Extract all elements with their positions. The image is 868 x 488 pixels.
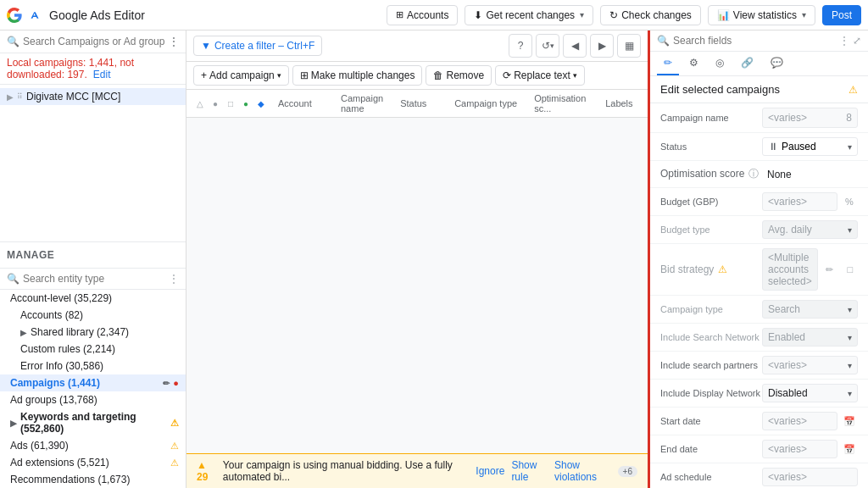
ad-schedule-field[interactable]: <varies> [762,468,858,486]
ads-icon [27,8,42,23]
manage-item-custom-rules[interactable]: Custom rules (2,214) [0,341,186,358]
campaign-name-row: Campaign name <varies> 8 [650,103,868,133]
manage-item-campaigns[interactable]: Campaigns (1,441) ✏ ● [0,374,186,391]
app-logo [7,8,42,23]
filter-icon: ▼ [201,40,211,52]
campaign-name-input[interactable]: <varies> 8 [762,108,858,128]
ignore-link[interactable]: Ignore [476,465,504,477]
right-panel-tabs: ✏ ⚙ ◎ 🔗 💬 [650,52,868,76]
undo-dropdown-arrow: ▾ [550,42,554,50]
search-partners-field[interactable]: <varies> ▾ [762,356,858,374]
manage-item-shared-library[interactable]: ▶ Shared library (2,347) [0,324,186,341]
next-button[interactable]: ▶ [590,34,614,58]
manage-search-bar: 🔍 ⋮ [0,269,186,290]
grid-view-button[interactable]: ▦ [617,34,641,58]
chevron-down-icon: ▾ [573,71,577,80]
start-date-field[interactable]: <varies> [762,412,837,430]
manage-item-keywords[interactable]: ▶ Keywords and targeting (552,860) ⚠ [0,408,186,437]
manage-item-ad-groups[interactable]: Ad groups (13,768) [0,391,186,408]
search-network-field: Enabled ▾ [762,328,858,347]
calendar-icon[interactable]: 📅 [841,441,858,458]
next-icon: ▶ [598,40,606,52]
tab-target[interactable]: ◎ [709,52,731,75]
search-campaigns-input[interactable] [23,36,165,47]
budget-input[interactable]: <varies> [762,192,837,211]
show-rule-link[interactable]: Show rule [511,459,548,483]
display-network-field[interactable]: Disabled ▾ [762,384,858,402]
ad-schedule-row: Ad schedule <varies> [650,463,868,488]
edit-panel-header: Edit selected campaigns ⚠ [650,76,868,103]
display-network-label: Include Display Network [660,388,762,398]
make-multiple-changes-button[interactable]: ⊞ Make multiple changes [292,65,423,86]
create-filter-button[interactable]: ▼ Create a filter – Ctrl+F [193,36,322,56]
tab-message[interactable]: 💬 [764,52,790,75]
get-recent-changes-button[interactable]: ⬇ Get recent changes ▾ [465,5,593,25]
manage-item-accounts[interactable]: Accounts (82) [0,307,186,324]
external-link-icon[interactable]: ⤢ [853,35,861,47]
more-options-icon[interactable]: ⋮ [169,273,179,285]
download-icon: ⬇ [474,9,482,21]
help-button[interactable]: ? [509,34,532,58]
post-button[interactable]: Post [822,5,861,25]
calendar-icon[interactable]: 📅 [841,413,858,430]
warning-count: ▲ 29 [197,459,216,483]
bid-strategy-warn-icon: ⚠ [718,263,727,275]
percent-icon: % [841,193,858,210]
check-changes-button[interactable]: ↻ Check changes [600,5,701,25]
add-campaign-button[interactable]: + Add campaign ▾ [193,65,289,86]
start-date-row: Start date <varies> 📅 [650,408,868,435]
search-campaigns-bar: 🔍 ⋮ [0,30,186,53]
edit-local-campaigns-link[interactable]: Edit [93,69,111,80]
tree-item-digivate[interactable]: ▶ ⠿ Digivate MCC [MCC] [0,88,186,105]
accounts-button[interactable]: ⊞ Accounts [387,5,458,25]
tab-link[interactable]: 🔗 [734,52,760,75]
grid-icon: ⊞ [396,9,403,20]
chevron-down-icon: ▾ [802,10,806,19]
undo-icon: ↺ [542,40,550,52]
campaigns-content-area[interactable] [186,118,648,453]
warning-icon: ⚠ [170,418,179,429]
view-statistics-button[interactable]: 📊 View statistics ▾ [708,5,815,25]
more-options-icon[interactable]: ⋮ [839,35,849,47]
search-partners-row: Include search partners <varies> ▾ [650,352,868,380]
error-badge-icon: ● [173,378,179,388]
tab-settings[interactable]: ⚙ [682,52,705,75]
target-icon: ◎ [715,57,724,69]
chart-icon: 📊 [717,9,730,21]
status-dropdown-arrow: ▾ [848,142,852,152]
filter-toolbar: ▼ Create a filter – Ctrl+F ? ↺ ▾ ◀ ▶ ▦ [186,30,648,62]
replace-icon: ⟳ [503,69,511,81]
undo-button[interactable]: ↺ ▾ [536,34,559,58]
search-network-arrow: ▾ [848,333,852,342]
search-icon: 🔍 [7,273,19,285]
manage-search-input[interactable] [23,273,165,285]
chevron-down-icon: ▾ [277,71,281,80]
search-network-label: Include Search Network [660,332,762,342]
edit-icon: ✏ [163,379,170,388]
edit-bid-icon[interactable]: ✏ [821,261,838,278]
search-fields-input[interactable] [673,35,836,47]
remove-button[interactable]: 🗑 Remove [426,65,492,86]
trash-icon: 🗑 [433,69,443,81]
more-options-icon[interactable]: ⋮ [169,36,179,47]
replace-text-button[interactable]: ⟳ Replace text ▾ [495,65,585,86]
column-status-icons: △ ● □ ● ◆ [193,97,268,110]
status-field[interactable]: ⏸ Paused ▾ [762,137,858,156]
manage-item-ads[interactable]: Ads (61,390) ⚠ [0,437,186,454]
end-date-field[interactable]: <varies> [762,440,837,458]
bid-strategy-field: <Multiple accounts selected> [762,248,818,291]
show-violations-link[interactable]: Show violations [554,459,611,483]
prev-button[interactable]: ◀ [563,34,587,58]
manage-item-error-info[interactable]: Error Info (30,586) [0,358,186,374]
bid-strategy-label: Bid strategy ⚠ [660,263,762,275]
tab-edit[interactable]: ✏ [657,52,679,75]
status-row: Status ⏸ Paused ▾ [650,133,868,161]
help-circle-icon: ⓘ [748,168,759,180]
bid-checkbox-icon[interactable]: □ [842,261,859,278]
manage-item-account-level[interactable]: Account-level (35,229) [0,290,186,307]
display-network-arrow: ▾ [848,389,852,398]
manage-item-ad-extensions[interactable]: Ad extensions (5,521) ⚠ [0,454,186,471]
display-network-row: Include Display Network Disabled ▾ [650,380,868,408]
manage-item-recommendations[interactable]: Recommendations (1,673) [0,471,186,488]
chevron-down-icon: ▾ [580,10,584,19]
